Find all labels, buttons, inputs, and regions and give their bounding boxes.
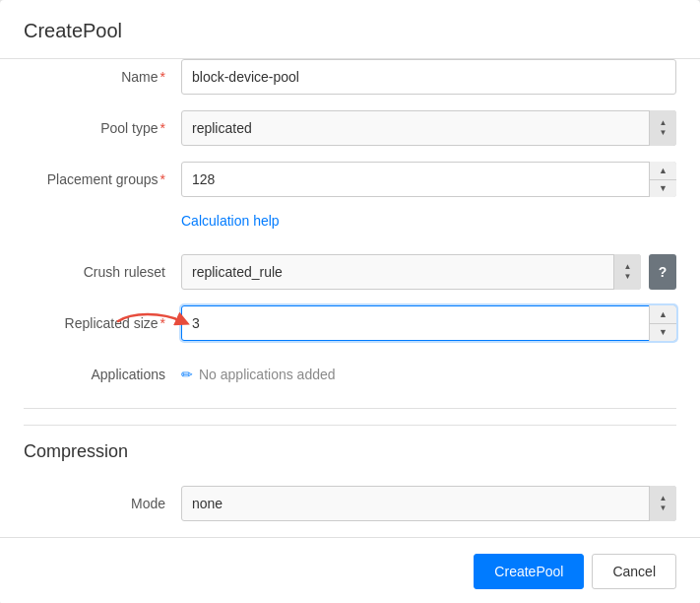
- replicated-size-row: Replicated size* ▲: [24, 305, 676, 341]
- placement-groups-decrement[interactable]: ▼: [650, 180, 676, 198]
- placement-groups-increment[interactable]: ▲: [650, 162, 676, 180]
- replicated-size-decrement[interactable]: ▼: [650, 324, 676, 342]
- crush-ruleset-label: Crush ruleset: [24, 264, 181, 280]
- mode-label: Mode: [24, 496, 181, 511]
- compression-section: Compression Mode none aggressive passive…: [24, 408, 676, 521]
- pool-type-select-wrap: replicated erasure ▲ ▼: [181, 110, 676, 146]
- create-pool-button[interactable]: CreatePool: [474, 554, 584, 589]
- crush-ruleset-row: Crush ruleset replicated_rule ▲ ▼: [24, 254, 676, 290]
- mode-control: none aggressive passive force ▲ ▼: [181, 486, 676, 521]
- placement-groups-label: Placement groups*: [24, 171, 181, 187]
- applications-row: Applications ✏ No applications added: [24, 357, 676, 392]
- crush-ruleset-select-wrap: replicated_rule ▲ ▼: [181, 254, 641, 290]
- replicated-size-control: ▲ ▼: [181, 305, 676, 341]
- applications-label: Applications: [24, 367, 181, 382]
- name-row: Name*: [24, 59, 676, 95]
- pool-type-required: *: [160, 120, 165, 136]
- pg-required: *: [160, 171, 165, 187]
- replicated-size-label: Replicated size*: [24, 315, 181, 331]
- replicated-size-spinner-group: ▲ ▼: [649, 305, 676, 341]
- dialog-body: Name* Pool type* replicated erasure ▲: [0, 59, 700, 537]
- mode-row: Mode none aggressive passive force ▲ ▼: [24, 486, 676, 521]
- calculation-help-wrap: Calculation help: [24, 213, 676, 238]
- crush-select-wrap: replicated_rule ▲ ▼: [181, 254, 641, 290]
- replicated-size-increment[interactable]: ▲: [650, 305, 676, 324]
- placement-groups-spinner-group: ▲ ▼: [649, 162, 676, 197]
- compression-title: Compression: [24, 425, 676, 470]
- name-required: *: [160, 69, 165, 85]
- placement-groups-row: Placement groups* ▲ ▼: [24, 162, 676, 197]
- applications-control: ✏ No applications added: [181, 367, 676, 382]
- name-label: Name*: [24, 69, 181, 85]
- placement-groups-input[interactable]: [181, 162, 676, 197]
- pool-type-control: replicated erasure ▲ ▼: [181, 110, 676, 146]
- replicated-size-spinner-wrap: ▲ ▼: [181, 305, 676, 341]
- dialog-title: CreatePool: [0, 0, 700, 59]
- crush-ruleset-control: replicated_rule ▲ ▼ ?: [181, 254, 676, 290]
- replicated-size-input[interactable]: [181, 305, 676, 341]
- mode-select[interactable]: none aggressive passive force: [181, 486, 676, 521]
- rep-size-required: *: [160, 315, 165, 331]
- placement-groups-spinner-wrap: ▲ ▼: [181, 162, 676, 197]
- crush-help-icon[interactable]: ?: [649, 254, 676, 290]
- pool-type-label: Pool type*: [24, 120, 181, 136]
- pencil-icon[interactable]: ✏: [181, 367, 193, 382]
- mode-select-wrap: none aggressive passive force ▲ ▼: [181, 486, 676, 521]
- cancel-button[interactable]: Cancel: [592, 554, 676, 589]
- applications-inner: ✏ No applications added: [181, 367, 676, 382]
- name-input[interactable]: [181, 59, 676, 95]
- no-applications-text: No applications added: [199, 367, 336, 382]
- calculation-help-link[interactable]: Calculation help: [181, 213, 280, 229]
- question-mark: ?: [659, 264, 668, 280]
- pool-type-row: Pool type* replicated erasure ▲ ▼: [24, 110, 676, 146]
- crush-row-inner: replicated_rule ▲ ▼ ?: [181, 254, 676, 290]
- pool-type-select[interactable]: replicated erasure: [181, 110, 676, 146]
- crush-ruleset-select[interactable]: replicated_rule: [181, 254, 641, 290]
- placement-groups-control: ▲ ▼: [181, 162, 676, 197]
- dialog-footer: CreatePool Cancel: [0, 537, 700, 603]
- create-pool-dialog: CreatePool Name* Pool type* replicated e…: [0, 0, 700, 603]
- name-control: [181, 59, 676, 95]
